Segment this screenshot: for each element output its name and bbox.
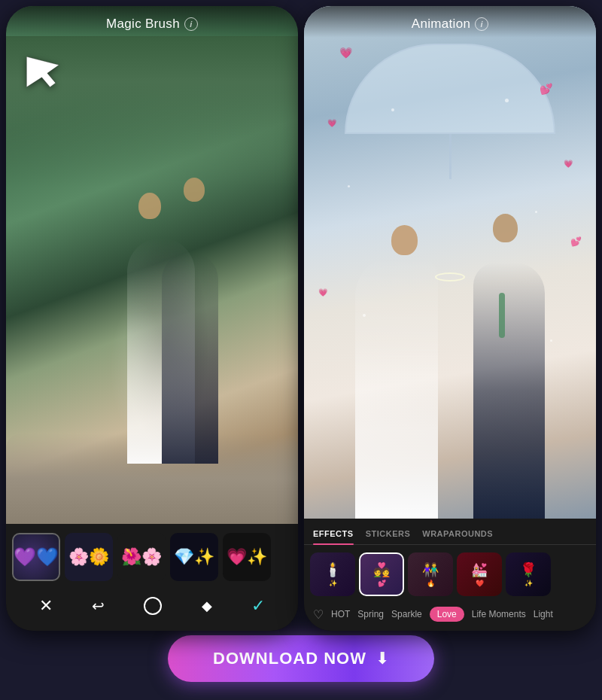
- thumb-glow: [14, 534, 59, 580]
- green-tie: [499, 293, 505, 338]
- circle-button[interactable]: [135, 594, 171, 618]
- download-label: DOWNLOAD NOW: [213, 649, 366, 668]
- thumb-3-emoji: 🌺🌸: [121, 547, 162, 567]
- tag-sparkle[interactable]: Sparkle: [391, 609, 422, 619]
- suit-dark: [162, 253, 218, 464]
- thumb-4[interactable]: 💎✨: [170, 533, 218, 581]
- phones-container: Magic Brush i: [0, 0, 602, 625]
- right-thumb-4[interactable]: 💒 ❤️: [457, 552, 502, 596]
- thumb-5[interactable]: 💗✨: [223, 533, 271, 581]
- confirm-button[interactable]: ✓: [242, 593, 274, 619]
- tab-effects[interactable]: EFFECTS: [313, 525, 354, 544]
- couple-silhouette: [69, 178, 235, 464]
- svg-marker-0: [26, 56, 59, 87]
- left-phone-header: Magic Brush i: [6, 6, 298, 38]
- download-button[interactable]: DOWNLOAD NOW ⬇: [168, 635, 434, 682]
- tag-spring[interactable]: Spring: [357, 609, 384, 619]
- tag-light[interactable]: Light: [534, 609, 553, 619]
- thumb-2-emoji: 🌸🌼: [68, 547, 109, 567]
- left-photo: [6, 6, 298, 524]
- controls-row: ✕ ↩ ◆ ✓: [12, 589, 292, 623]
- left-photo-area: [6, 6, 298, 524]
- tag-love[interactable]: Love: [430, 607, 464, 622]
- undo-button[interactable]: ↩: [83, 594, 114, 618]
- right-dress: [355, 255, 438, 519]
- phone-left: Magic Brush i: [6, 6, 298, 631]
- left-title: Magic Brush: [106, 17, 180, 32]
- right-bottom-panel: EFFECTS STICKERS WRAPAROUNDS 🕯️ ✨: [304, 519, 596, 631]
- right-thumb-2[interactable]: 💑 💕: [359, 552, 404, 596]
- heart-tag-icon[interactable]: ♡: [313, 607, 324, 622]
- head-man: [184, 178, 205, 202]
- thumb-4-bg: 💎✨: [170, 533, 218, 581]
- head-woman: [138, 193, 161, 219]
- left-info-icon[interactable]: i: [184, 17, 198, 31]
- right-suit: [473, 263, 545, 519]
- umbrella-top: [345, 44, 555, 134]
- download-area: DOWNLOAD NOW ⬇: [0, 625, 602, 692]
- close-button[interactable]: ✕: [30, 593, 62, 619]
- thumb-2[interactable]: 🌸🌼: [65, 533, 113, 581]
- tabs-row: EFFECTS STICKERS WRAPAROUNDS: [304, 525, 596, 545]
- download-icon: ⬇: [375, 649, 389, 668]
- right-title: Animation: [412, 17, 470, 32]
- umbrella: [345, 44, 555, 179]
- right-couple: [345, 202, 555, 519]
- tab-wraparounds[interactable]: WRAPAROUNDS: [422, 525, 493, 544]
- right-thumb-1[interactable]: 🕯️ ✨: [310, 552, 355, 596]
- thumb-1[interactable]: 💜💙: [12, 533, 60, 581]
- tab-stickers[interactable]: STICKERS: [366, 525, 411, 544]
- tag-life-moments[interactable]: Life Moments: [472, 609, 526, 619]
- brush-cursor: [21, 51, 62, 93]
- right-head-woman: [391, 225, 418, 255]
- tag-hot[interactable]: HOT: [331, 609, 350, 619]
- right-photo-area: 💗 💕 💗 💗 💕 💗: [304, 6, 596, 519]
- right-phone-header: Animation i: [304, 6, 596, 38]
- tags-row: ♡ HOT Spring Sparkle Love Life Moments L…: [304, 604, 596, 626]
- thumb-3-bg: 🌺🌸: [117, 533, 166, 581]
- left-bottom-panel: 💜💙 🌸🌼 🌺🌸 💎✨: [6, 524, 298, 631]
- right-thumb-5[interactable]: 🌹 ✨: [506, 552, 551, 596]
- thumb-2-bg: 🌸🌼: [65, 533, 113, 581]
- right-thumb-3[interactable]: 👫 🔥: [408, 552, 453, 596]
- thumb-5-bg: 💗✨: [223, 533, 271, 581]
- thumb-4-emoji: 💎✨: [174, 547, 214, 567]
- thumb-3[interactable]: 🌺🌸: [117, 533, 166, 581]
- right-thumbs-row: 🕯️ ✨ 💑 💕 👫 🔥: [304, 549, 596, 599]
- thumb-5-emoji: 💗✨: [227, 547, 267, 567]
- right-head-man: [493, 214, 518, 242]
- left-thumbnails-row: 💜💙 🌸🌼 🌺🌸 💎✨: [12, 531, 292, 583]
- eraser-button[interactable]: ◆: [193, 595, 221, 617]
- phone-right: Animation i: [304, 6, 596, 631]
- right-info-icon[interactable]: i: [475, 17, 488, 31]
- umbrella-handle: [449, 134, 451, 179]
